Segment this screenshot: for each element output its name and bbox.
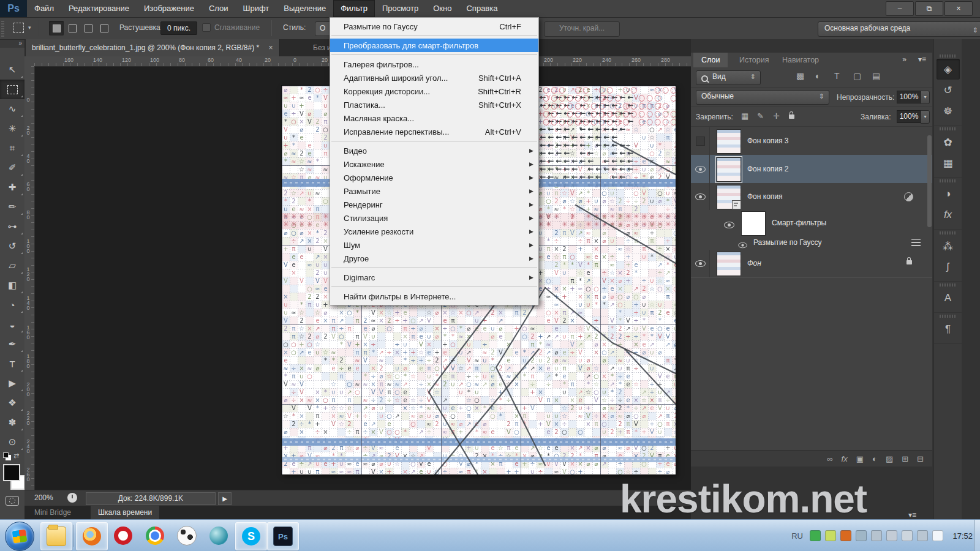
history-panel-icon[interactable]: ↺: [937, 80, 960, 100]
filter-menu-item-11[interactable]: Видео▶: [330, 144, 538, 157]
group-grip[interactable]: [940, 231, 956, 234]
show-desktop-button[interactable]: [974, 520, 980, 551]
default-colors-icon[interactable]: [3, 452, 9, 458]
clone-stamp-tool[interactable]: ⊶: [0, 217, 24, 236]
eyedropper-tool[interactable]: ✐: [0, 158, 24, 178]
magic-wand-tool[interactable]: ✳: [0, 119, 24, 138]
layer-thumbnail[interactable]: [717, 129, 741, 154]
collapse-tools-icon[interactable]: »: [0, 39, 24, 48]
character-panel-icon[interactable]: A: [937, 288, 960, 309]
taskbar-clock[interactable]: 17:52: [952, 520, 973, 551]
zoom-level[interactable]: 200%: [34, 493, 53, 502]
visibility-toggle[interactable]: [691, 127, 710, 155]
swatches-panel-icon[interactable]: ▦: [937, 152, 960, 173]
workspace-dropdown[interactable]: Основная рабочая среда ⇕: [818, 21, 980, 37]
close-button[interactable]: ×: [944, 1, 973, 16]
menubar-item-5[interactable]: Выделение: [276, 0, 333, 17]
tab-navigator[interactable]: Навигатор: [774, 53, 827, 67]
new-layer-icon[interactable]: ⊞: [902, 454, 908, 463]
layers-scrollbar[interactable]: [927, 135, 932, 227]
selection-intersect-button[interactable]: [97, 21, 111, 36]
layer-thumbnail-smart-object[interactable]: [717, 185, 741, 209]
menubar-item-8[interactable]: Окно: [426, 0, 459, 17]
smart-filters-label[interactable]: Смарт-фильтры: [772, 219, 826, 227]
printer-tray-icon[interactable]: [871, 530, 882, 541]
layer-filter-type-dropdown[interactable]: Вид ⇕: [696, 70, 761, 85]
filter-by-smart-object-icon[interactable]: ▤: [872, 71, 880, 81]
blur-tool[interactable]: ◔: [0, 295, 24, 315]
blend-mode-dropdown[interactable]: Обычные ⇕: [696, 90, 829, 105]
move-tool[interactable]: ↖: [0, 60, 24, 80]
smart-filter-mask-thumbnail[interactable]: [741, 211, 766, 236]
taskbar-app-opera[interactable]: [108, 522, 138, 549]
fax-tray-icon[interactable]: [856, 530, 867, 541]
tab-timeline[interactable]: Шкала времени: [91, 506, 159, 519]
layer-name[interactable]: Фон копия 3: [747, 137, 789, 145]
filter-menu-item-9[interactable]: Исправление перспективы...Alt+Ctrl+V: [330, 125, 538, 138]
selection-add-button[interactable]: [65, 21, 80, 36]
menubar-item-0[interactable]: Файл: [27, 0, 61, 17]
lock-position-icon[interactable]: ✛: [773, 111, 780, 121]
document-tab[interactable]: brilliant_butterfly_celebration_1.jpg @ …: [26, 39, 280, 56]
vertical-ruler[interactable]: 020406080100120140160180200220240260: [24, 66, 35, 490]
opacity-value[interactable]: 100%: [897, 91, 921, 103]
layer-name[interactable]: Фон: [747, 259, 761, 268]
group-grip[interactable]: [940, 315, 956, 318]
expand-panels-icon[interactable]: »: [902, 55, 905, 64]
group-grip[interactable]: [940, 179, 956, 182]
adjustment-layer-icon[interactable]: ◐: [872, 454, 877, 463]
filter-by-adjustment-icon[interactable]: ◐: [815, 71, 820, 81]
menubar-item-4[interactable]: Шрифт: [236, 0, 277, 17]
visibility-toggle[interactable]: [691, 183, 710, 210]
group-grip[interactable]: [940, 54, 956, 58]
fill-value[interactable]: 100%: [897, 110, 921, 123]
filter-menu-item-13[interactable]: Оформление▶: [330, 171, 538, 184]
custom-shape-tool[interactable]: ❖: [0, 393, 24, 413]
taskbar-app-skype[interactable]: S: [235, 522, 267, 550]
color-panel-icon[interactable]: ✿: [937, 132, 960, 152]
language-indicator[interactable]: RU: [791, 531, 803, 541]
restore-button[interactable]: ⧉: [915, 1, 943, 16]
taskbar-app-download-manager[interactable]: [172, 522, 202, 549]
filter-by-type-icon[interactable]: T: [834, 71, 840, 81]
filter-by-image-icon[interactable]: ▩: [796, 71, 804, 81]
menubar-item-3[interactable]: Слои: [202, 0, 236, 17]
paths-panel-icon[interactable]: ʃ: [937, 257, 960, 277]
visibility-toggle[interactable]: [691, 155, 710, 183]
lasso-tool[interactable]: ∿: [0, 99, 24, 119]
minimize-button[interactable]: –: [886, 1, 914, 16]
dodge-tool[interactable]: ◒: [0, 315, 24, 334]
selection-subtract-button[interactable]: [81, 21, 96, 36]
layer-name[interactable]: Фон копия: [747, 192, 783, 201]
panel-menu-icon[interactable]: ▾≡: [918, 55, 926, 64]
filter-menu-item-18[interactable]: Шум▶: [330, 238, 538, 252]
antivirus-tray-icon[interactable]: [810, 530, 821, 541]
anti-alias-checkbox[interactable]: [202, 23, 211, 32]
power-tray-icon[interactable]: [886, 530, 897, 541]
visibility-toggle[interactable]: [738, 241, 747, 250]
audio-device-tray-icon[interactable]: [840, 530, 851, 541]
tool-preset-arrow-icon[interactable]: ▾: [28, 24, 31, 31]
menubar-item-6[interactable]: Фильтр: [333, 0, 375, 17]
layer-name[interactable]: Фон копия 2: [747, 165, 789, 173]
taskbar-app-globe-app[interactable]: [203, 522, 234, 549]
delete-layer-icon[interactable]: ⊟: [917, 454, 924, 463]
visibility-toggle[interactable]: [724, 220, 734, 231]
healing-brush-tool[interactable]: ✚: [0, 178, 24, 197]
start-button[interactable]: [5, 522, 34, 551]
refine-edge-button[interactable]: Уточн. край...: [544, 21, 620, 37]
quick-mask-button[interactable]: [6, 496, 19, 506]
filter-menu-item-21[interactable]: Digimarc▶: [330, 271, 538, 284]
feather-input[interactable]: 0 пикс.: [160, 21, 197, 35]
layer-row-fon-kopiya[interactable]: Фон копия: [691, 183, 932, 211]
smart-filters-row[interactable]: Смарт-фильтры: [691, 210, 932, 236]
gaussian-blur-filter-row[interactable]: Размытие по Гауссу: [691, 236, 932, 250]
paint-bucket-tool[interactable]: ◧: [0, 276, 24, 295]
filter-menu-item-7[interactable]: Пластика...Shift+Ctrl+X: [330, 98, 538, 111]
pen-tool[interactable]: ✒: [0, 334, 24, 354]
lock-all-icon[interactable]: [789, 111, 794, 121]
filter-menu-item-2[interactable]: Преобразовать для смарт-фильтров: [330, 39, 538, 52]
brush-tool[interactable]: ✏: [0, 197, 24, 217]
tool-preset-icon[interactable]: [13, 23, 24, 33]
taskbar-app-explorer[interactable]: [40, 522, 72, 550]
